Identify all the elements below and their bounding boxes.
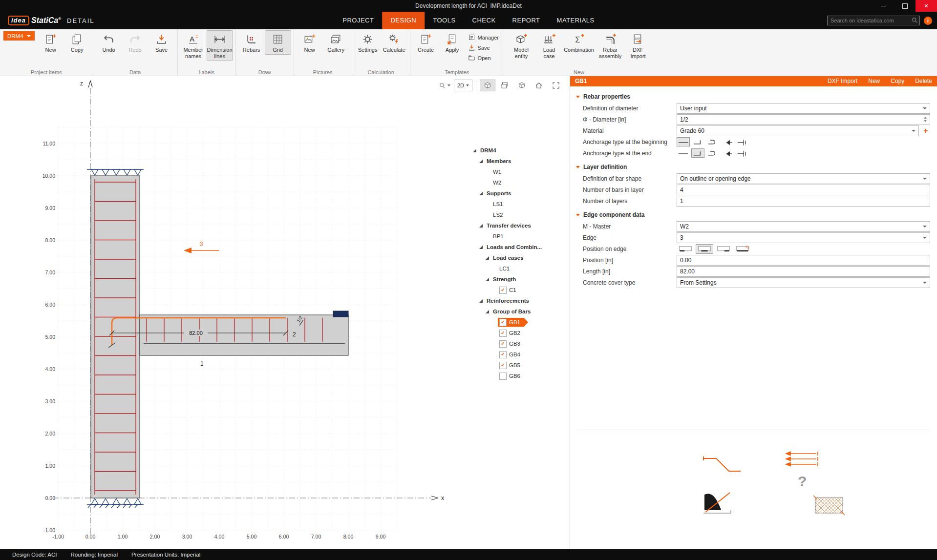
tree-item-loads-and-combin[interactable]: Loads and Combin...: [472, 242, 559, 252]
tree-checkbox-gb1[interactable]: ✓: [499, 319, 507, 326]
tree-item-strength[interactable]: Strength: [472, 274, 559, 285]
material-select[interactable]: Grade 60: [677, 125, 919, 136]
tree-item-ls1[interactable]: LS1: [472, 199, 559, 209]
tree-expander-icon[interactable]: [486, 278, 489, 281]
section-header-edge-component-data[interactable]: Edge component data: [576, 211, 933, 218]
tree-item-reinforcements[interactable]: Reinforcements: [472, 295, 559, 306]
spin-down-icon[interactable]: [924, 120, 927, 122]
tree-item-w1[interactable]: W1: [472, 166, 559, 177]
new-rebar-button[interactable]: New: [868, 78, 880, 84]
position-end-icon[interactable]: [715, 244, 732, 254]
anchorage-hook-180-icon[interactable]: [706, 148, 719, 158]
tree-item-supports[interactable]: Supports: [472, 188, 559, 199]
copy-project-item-button[interactable]: Copy: [64, 30, 90, 55]
tree-item-c1[interactable]: ✓C1: [472, 285, 559, 295]
dxf-import-button[interactable]: DXF Import: [828, 78, 857, 84]
search-input[interactable]: [827, 16, 920, 25]
new-load-case-button[interactable]: Load case: [536, 30, 562, 61]
spinner-buttons[interactable]: [924, 117, 927, 122]
menu-report[interactable]: REPORT: [504, 12, 549, 29]
tree-item-drm4[interactable]: DRM4: [472, 145, 559, 156]
tree-expander-icon[interactable]: [479, 192, 483, 195]
grid-toggle[interactable]: Grid: [265, 30, 291, 55]
anchorage-headed-icon[interactable]: [735, 137, 748, 146]
beam-member-w2[interactable]: [140, 315, 348, 355]
tree-item-gb2[interactable]: ✓GB2: [472, 328, 559, 338]
diameter-in-input[interactable]: 1/2: [677, 114, 930, 125]
tree-item-members[interactable]: Members: [472, 156, 559, 166]
tree-item-w2[interactable]: W2: [472, 177, 559, 188]
tree-expander-icon[interactable]: [473, 149, 476, 152]
new-project-item-button[interactable]: New: [38, 30, 64, 55]
anchorage-bend-anchor-icon[interactable]: [721, 148, 734, 158]
tree-item-gb3[interactable]: ✓GB3: [472, 338, 559, 349]
menu-tools[interactable]: TOOLS: [425, 12, 464, 29]
menu-project[interactable]: PROJECT: [334, 12, 382, 29]
template-open-button[interactable]: Open: [467, 54, 500, 62]
section-header-layer-definition[interactable]: Layer definition: [576, 164, 933, 170]
add-material-button[interactable]: +: [921, 126, 930, 135]
dimension-lines-toggle[interactable]: Dimension lines: [207, 30, 233, 61]
position-full-length-icon[interactable]: [734, 244, 751, 254]
axonometry-view-button[interactable]: [480, 80, 495, 91]
anchorage-headed-icon[interactable]: [735, 148, 748, 158]
tree-item-bp1[interactable]: BP1: [472, 231, 559, 242]
tree-checkbox-gb2[interactable]: ✓: [499, 330, 507, 337]
view-mode-select[interactable]: 2D: [454, 80, 472, 91]
tree-expander-icon[interactable]: [479, 299, 483, 303]
anchorage-hook-90-icon[interactable]: [691, 137, 704, 146]
template-manager-button[interactable]: Manager: [467, 33, 500, 41]
redo-button[interactable]: Redo: [122, 30, 149, 55]
gallery-button[interactable]: Gallery: [323, 30, 349, 55]
menu-design[interactable]: DESIGN: [382, 12, 425, 29]
maximize-button[interactable]: [894, 0, 916, 12]
line-support-top[interactable]: [87, 169, 144, 175]
definition-of-bar-shape-select[interactable]: On outline or opening edge: [677, 173, 930, 184]
number-of-bars-in-layer-input[interactable]: 4: [677, 185, 930, 195]
line-support-bottom[interactable]: [87, 498, 144, 508]
tree-item-gb6[interactable]: GB6: [472, 371, 559, 381]
copy-rebar-button[interactable]: Copy: [891, 78, 904, 84]
tree-item-gb1[interactable]: ✓GB1: [472, 317, 559, 328]
close-button[interactable]: ✕: [916, 0, 937, 12]
column-member-w1[interactable]: [91, 176, 140, 498]
number-of-layers-input[interactable]: 1: [677, 196, 930, 207]
anchorage-hook-90-icon[interactable]: [691, 148, 704, 158]
help-icon[interactable]: i: [924, 17, 932, 25]
tree-expander-icon[interactable]: [486, 310, 489, 313]
zoom-dropdown[interactable]: [437, 80, 452, 91]
new-combination-button[interactable]: Σ Combination: [562, 30, 596, 55]
tree-item-ls2[interactable]: LS2: [472, 209, 559, 220]
tree-expander-icon[interactable]: [479, 246, 483, 249]
dxf-import-ribbon-button[interactable]: DXF DXF Import: [625, 30, 651, 61]
definition-of-diameter-select[interactable]: User input: [677, 103, 930, 114]
section-header-rebar-properties[interactable]: Rebar properties: [576, 93, 933, 100]
tree-item-lc1[interactable]: LC1: [472, 263, 559, 274]
menu-check[interactable]: CHECK: [464, 12, 504, 29]
anchorage-straight-icon[interactable]: [677, 137, 690, 146]
anchorage-straight-icon[interactable]: [677, 148, 690, 158]
anchorage-bend-anchor-icon[interactable]: [721, 137, 734, 146]
solid-view-button[interactable]: [514, 80, 530, 91]
new-rebar-assembly-button[interactable]: Rebar assembly: [596, 30, 625, 61]
tree-item-gb5[interactable]: ✓GB5: [472, 360, 559, 371]
tree-expander-icon[interactable]: [479, 224, 483, 228]
new-picture-button[interactable]: New: [297, 30, 323, 55]
tree-checkbox-gb6[interactable]: [499, 373, 507, 380]
new-model-entity-button[interactable]: Model entity: [507, 30, 536, 61]
position-middle-icon[interactable]: [696, 244, 713, 254]
tree-item-gb4[interactable]: ✓GB4: [472, 349, 559, 360]
bearing-plate-bp1[interactable]: [333, 311, 348, 317]
tree-checkbox-gb4[interactable]: ✓: [499, 351, 507, 358]
search-icon[interactable]: [911, 17, 918, 24]
minimize-button[interactable]: [873, 0, 894, 12]
rebars-toggle[interactable]: Rebars: [238, 30, 265, 55]
calculate-button[interactable]: Calculate: [381, 30, 407, 55]
delete-rebar-button[interactable]: Delete: [915, 78, 932, 84]
apply-template-button[interactable]: Apply: [439, 30, 466, 55]
drawing-viewport[interactable]: 11.0010.009.008.007.006.005.004.003.002.…: [0, 76, 570, 549]
anchorage-hook-180-icon[interactable]: [706, 137, 719, 146]
member-names-toggle[interactable]: A Member names: [180, 30, 207, 61]
tree-checkbox-gb3[interactable]: ✓: [499, 340, 507, 348]
tree-item-group-of-bars[interactable]: Group of Bars: [472, 306, 559, 317]
